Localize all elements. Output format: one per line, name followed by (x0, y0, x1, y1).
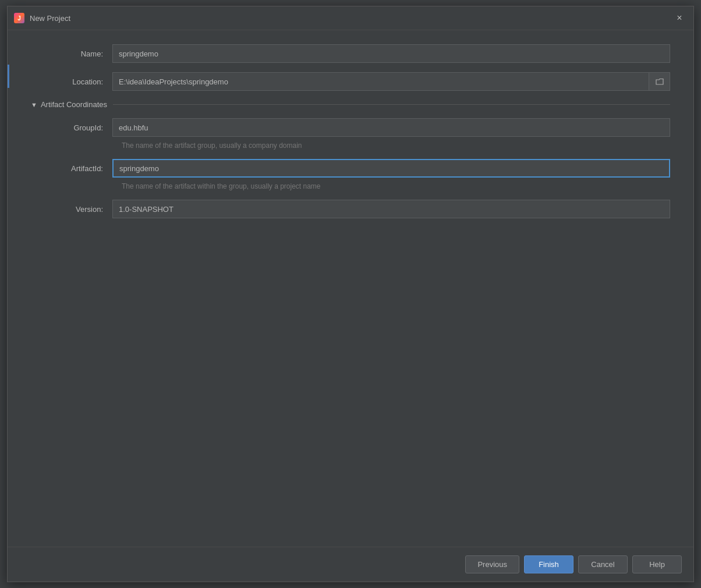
close-button[interactable]: × (674, 12, 685, 24)
groupid-row: GroupId: (31, 118, 670, 137)
folder-icon (656, 78, 664, 85)
title-bar-left: J New Project (13, 12, 70, 24)
browse-button[interactable] (649, 72, 670, 91)
cancel-button[interactable]: Cancel (578, 555, 628, 573)
app-icon: J (13, 12, 25, 24)
title-bar: J New Project × (8, 6, 693, 30)
dialog-content: Name: Location: ▼ Artifact Coordinates (8, 30, 693, 547)
name-row: Name: (31, 44, 670, 63)
left-accent-bar (8, 65, 9, 88)
version-input[interactable] (112, 200, 670, 218)
artifactid-label: ArtifactId: (31, 164, 112, 173)
section-collapse-arrow[interactable]: ▼ (31, 101, 37, 108)
new-project-dialog: J New Project × Name: Location: (7, 6, 694, 582)
version-label: Version: (31, 205, 112, 214)
name-input[interactable] (112, 44, 670, 63)
version-row: Version: (31, 200, 670, 218)
location-input-group (112, 72, 670, 91)
artifactid-input[interactable] (112, 159, 670, 178)
groupid-label: GroupId: (31, 123, 112, 132)
section-divider (113, 104, 670, 105)
dialog-title: New Project (30, 14, 70, 23)
location-row: Location: (31, 72, 670, 91)
help-button[interactable]: Help (632, 555, 682, 573)
artifactid-row: ArtifactId: (31, 159, 670, 178)
location-input[interactable] (112, 72, 649, 91)
previous-button[interactable]: Previous (465, 555, 519, 573)
finish-button[interactable]: Finish (524, 555, 573, 573)
name-label: Name: (31, 49, 112, 58)
section-title: Artifact Coordinates (41, 100, 107, 109)
groupid-hint: The name of the artifact group, usually … (122, 141, 670, 150)
artifact-section-header: ▼ Artifact Coordinates (31, 100, 670, 109)
dialog-footer: Previous Finish Cancel Help (8, 547, 693, 582)
groupid-input[interactable] (112, 118, 670, 137)
artifactid-hint: The name of the artifact within the grou… (122, 182, 670, 190)
location-label: Location: (31, 77, 112, 86)
